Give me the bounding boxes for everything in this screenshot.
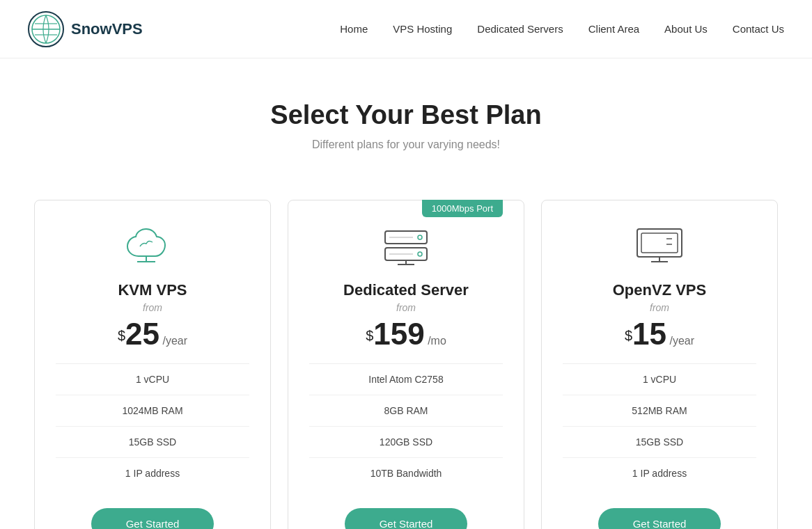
nav-item-dedicated-servers[interactable]: Dedicated Servers	[477, 23, 563, 35]
get-started-button-kvm[interactable]: Get Started	[91, 508, 214, 529]
nav-item-vps-hosting[interactable]: VPS Hosting	[393, 23, 452, 35]
feature-vcpu: 1 vCPU	[56, 364, 249, 395]
feature-vcpu: 1 vCPU	[563, 364, 756, 395]
feature-ip: 1 IP address	[563, 458, 756, 489]
get-started-button-dedicated[interactable]: Get Started	[345, 508, 468, 529]
feature-ssd: 120GB SSD	[309, 427, 503, 458]
get-started-button-openvz[interactable]: Get Started	[598, 508, 721, 529]
logo[interactable]: SnowVPS	[28, 11, 143, 47]
hero-title: Select Your Best Plan	[14, 100, 798, 130]
plan-card-kvm-vps: KVM VPS from $25 /year 1 vCPU 1024MB RAM…	[34, 200, 271, 529]
hero-section: Select Your Best Plan Different plans fo…	[0, 58, 812, 179]
plan-title-kvm: KVM VPS	[56, 281, 249, 299]
nav-item-about-us[interactable]: About Us	[664, 23, 708, 35]
feature-bandwidth: 10TB Bandwidth	[309, 458, 503, 489]
plan-features-openvz: 1 vCPU 512MB RAM 15GB SSD 1 IP address	[563, 364, 756, 489]
plan-title-dedicated: Dedicated Server	[309, 281, 503, 299]
feature-cpu: Intel Atom C2758	[309, 364, 503, 395]
plan-from-openvz: from	[563, 302, 756, 313]
hero-subtitle: Different plans for your varying needs!	[14, 139, 798, 151]
feature-ip: 1 IP address	[56, 458, 249, 489]
plan-icon-server	[378, 226, 434, 267]
nav-item-home[interactable]: Home	[340, 23, 368, 35]
plan-card-openvz: OpenVZ VPS from $15 /year 1 vCPU 512MB R…	[541, 200, 778, 529]
plan-from-dedicated: from	[309, 302, 503, 313]
plan-icon-monitor	[632, 226, 687, 267]
plan-card-dedicated: 1000Mbps Port Dedicated Server from $159…	[288, 200, 524, 529]
feature-ram: 1024MB RAM	[56, 395, 249, 427]
feature-ssd: 15GB SSD	[56, 427, 249, 458]
plan-price-openvz: $15 /year	[563, 319, 756, 349]
plans-container: KVM VPS from $25 /year 1 vCPU 1024MB RAM…	[0, 179, 812, 529]
plan-price-dedicated: $159 /mo	[309, 319, 503, 349]
navbar: SnowVPS Home VPS Hosting Dedicated Serve…	[0, 0, 812, 58]
plan-from-kvm: from	[56, 302, 249, 313]
plan-title-openvz: OpenVZ VPS	[563, 281, 756, 299]
feature-ram: 512MB RAM	[563, 395, 756, 427]
svg-point-11	[418, 252, 422, 256]
svg-rect-16	[641, 233, 678, 253]
plan-badge-dedicated: 1000Mbps Port	[422, 200, 503, 217]
nav-item-contact-us[interactable]: Contact Us	[733, 23, 784, 35]
feature-ssd: 15GB SSD	[563, 427, 756, 458]
feature-ram: 8GB RAM	[309, 395, 503, 427]
nav-item-client-area[interactable]: Client Area	[588, 23, 639, 35]
plan-features-kvm: 1 vCPU 1024MB RAM 15GB SSD 1 IP address	[56, 364, 249, 489]
nav-links: Home VPS Hosting Dedicated Servers Clien…	[340, 23, 784, 35]
brand-name: SnowVPS	[71, 20, 143, 38]
plan-icon-cloud	[125, 226, 180, 267]
plan-price-kvm: $25 /year	[56, 319, 249, 349]
plan-features-dedicated: Intel Atom C2758 8GB RAM 120GB SSD 10TB …	[309, 364, 503, 489]
logo-icon	[28, 11, 64, 47]
svg-point-8	[418, 235, 422, 239]
